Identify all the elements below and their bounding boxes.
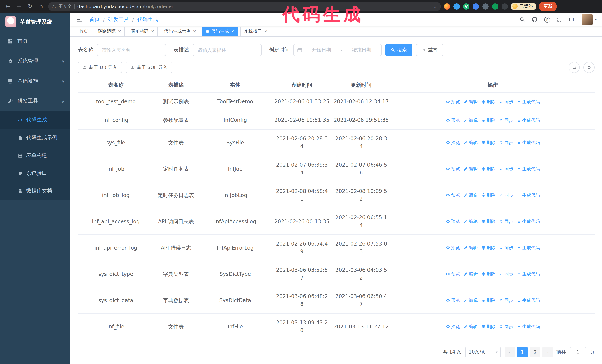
sidebar-item-codegen[interactable]: 代码生成 — [0, 111, 70, 129]
generate-code-link[interactable]: 生成代码 — [516, 244, 540, 251]
breadcrumb-devtools[interactable]: 研发工具 — [108, 16, 129, 23]
close-icon[interactable]: × — [193, 29, 196, 34]
tab-tracing[interactable]: 链路追踪× — [94, 26, 125, 36]
sidebar-item-system-api[interactable]: 系统接口 — [0, 164, 70, 182]
sync-link[interactable]: 同步 — [499, 139, 513, 146]
extension-icon[interactable]: V — [463, 3, 469, 10]
browser-menu-icon[interactable]: ⋮ — [560, 3, 566, 9]
preview-link[interactable]: 预览 — [445, 323, 460, 330]
sidebar-item-home[interactable]: 首页 — [0, 31, 70, 51]
delete-link[interactable]: 删除 — [481, 117, 495, 124]
extension-icon[interactable] — [473, 3, 479, 10]
extension-icon[interactable] — [492, 3, 498, 10]
sync-link[interactable]: 同步 — [499, 166, 513, 172]
github-icon[interactable] — [531, 16, 538, 23]
generate-code-link[interactable]: 生成代码 — [516, 98, 540, 105]
import-db-button[interactable]: 基于 DB 导入 — [78, 62, 122, 73]
delete-link[interactable]: 删除 — [481, 98, 495, 105]
generate-code-link[interactable]: 生成代码 — [516, 297, 540, 304]
sidebar-item-db-docs[interactable]: 数据库文档 — [0, 182, 70, 200]
sidebar-item-form-builder[interactable]: 表单构建 — [0, 147, 70, 164]
sync-link[interactable]: 同步 — [499, 192, 513, 198]
preview-link[interactable]: 预览 — [445, 192, 460, 198]
page-size-select[interactable]: 10条/页 ▾ — [465, 347, 501, 357]
browser-reload-button[interactable]: ↻ — [26, 3, 34, 10]
prev-page-button[interactable]: ‹ — [505, 347, 515, 357]
breadcrumb-home[interactable]: 首页 — [89, 16, 100, 23]
browser-forward-button[interactable]: → — [15, 3, 23, 10]
goto-page-input[interactable] — [570, 347, 586, 357]
delete-link[interactable]: 删除 — [481, 218, 495, 225]
fullscreen-icon[interactable] — [556, 16, 562, 22]
sync-link[interactable]: 同步 — [499, 98, 513, 105]
security-label[interactable]: 不安全 — [59, 3, 72, 10]
address-bar[interactable]: ⚠ 不安全 dashboard.yudao.iocoder.cn/tool/co… — [48, 2, 441, 11]
sync-link[interactable]: 同步 — [499, 323, 513, 330]
preview-link[interactable]: 预览 — [445, 139, 460, 146]
page-button-1[interactable]: 1 — [517, 347, 527, 357]
edit-link[interactable]: 编辑 — [463, 323, 478, 330]
extension-icon[interactable] — [453, 3, 460, 10]
generate-code-link[interactable]: 生成代码 — [516, 218, 540, 225]
delete-link[interactable]: 删除 — [481, 323, 495, 330]
tab-system-api[interactable]: 系统接口× — [240, 26, 271, 36]
close-icon[interactable]: × — [264, 29, 268, 34]
preview-link[interactable]: 预览 — [445, 117, 460, 124]
delete-link[interactable]: 删除 — [481, 166, 495, 172]
sidebar-item-system[interactable]: 系统管理 ∨ — [0, 51, 70, 71]
generate-code-link[interactable]: 生成代码 — [516, 117, 540, 124]
preview-link[interactable]: 预览 — [445, 297, 460, 304]
sync-link[interactable]: 同步 — [499, 117, 513, 124]
sidebar-item-codegen-example[interactable]: 代码生成示例 — [0, 129, 70, 147]
close-icon[interactable]: × — [231, 29, 234, 34]
extension-icon[interactable] — [482, 3, 489, 10]
tab-home[interactable]: 首页 — [75, 26, 92, 36]
delete-link[interactable]: 删除 — [481, 192, 495, 198]
preview-link[interactable]: 预览 — [445, 98, 460, 105]
extension-icon[interactable] — [444, 3, 450, 10]
close-icon[interactable]: × — [118, 29, 121, 34]
refresh-table-button[interactable] — [583, 62, 595, 73]
edit-link[interactable]: 编辑 — [463, 98, 478, 105]
paused-badge[interactable]: 已暂停 — [511, 2, 536, 10]
browser-update-button[interactable]: 更新 — [539, 2, 557, 11]
generate-code-link[interactable]: 生成代码 — [516, 192, 540, 198]
preview-link[interactable]: 预览 — [445, 244, 460, 251]
edit-link[interactable]: 编辑 — [463, 192, 478, 198]
generate-code-link[interactable]: 生成代码 — [516, 166, 540, 172]
edit-link[interactable]: 编辑 — [463, 218, 478, 225]
sync-link[interactable]: 同步 — [499, 244, 513, 251]
generate-code-link[interactable]: 生成代码 — [516, 323, 540, 330]
delete-link[interactable]: 删除 — [481, 139, 495, 146]
preview-link[interactable]: 预览 — [445, 271, 460, 277]
edit-link[interactable]: 编辑 — [463, 139, 478, 146]
sidebar-item-infra[interactable]: 基础设施 ∨ — [0, 71, 70, 91]
page-button-2[interactable]: 2 — [530, 347, 540, 357]
toggle-search-button[interactable] — [569, 62, 580, 73]
search-button[interactable]: 搜索 — [385, 44, 412, 56]
create-time-range-picker[interactable]: 开始日期 - 结束日期 — [293, 44, 382, 56]
sidebar-item-devtools[interactable]: 研发工具 ∧ — [0, 91, 70, 111]
edit-link[interactable]: 编辑 — [463, 271, 478, 277]
user-menu[interactable]: ▾ — [582, 14, 597, 25]
close-icon[interactable]: × — [151, 29, 154, 34]
table-desc-input[interactable] — [193, 44, 262, 56]
next-page-button[interactable]: › — [542, 347, 553, 357]
generate-code-link[interactable]: 生成代码 — [516, 139, 540, 146]
edit-link[interactable]: 编辑 — [463, 297, 478, 304]
reset-button[interactable]: 重置 — [416, 44, 443, 56]
import-sql-button[interactable]: 基于 SQL 导入 — [126, 62, 172, 73]
search-icon[interactable] — [519, 16, 525, 22]
tab-codegen-example[interactable]: 代码生成示例× — [160, 26, 200, 36]
font-size-icon[interactable]: tT — [569, 16, 575, 22]
edit-link[interactable]: 编辑 — [463, 117, 478, 124]
tab-codegen[interactable]: 代码生成× — [202, 26, 238, 36]
edit-link[interactable]: 编辑 — [463, 166, 478, 172]
delete-link[interactable]: 删除 — [481, 244, 495, 251]
table-name-input[interactable] — [97, 44, 166, 56]
generate-code-link[interactable]: 生成代码 — [516, 271, 540, 277]
help-icon[interactable]: ? — [544, 16, 550, 22]
preview-link[interactable]: 预览 — [445, 166, 460, 172]
delete-link[interactable]: 删除 — [481, 271, 495, 277]
sidebar-collapse-icon[interactable] — [76, 16, 83, 23]
